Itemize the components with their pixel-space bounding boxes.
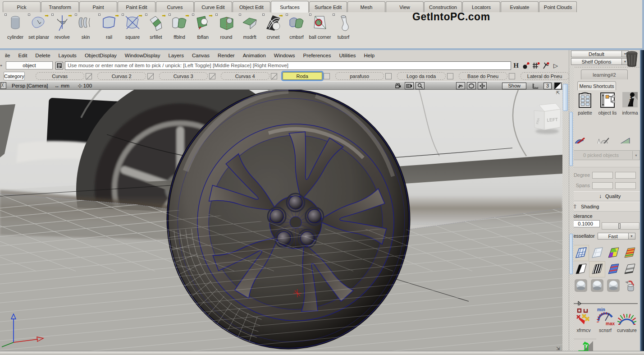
tool-checkbox[interactable] xyxy=(169,14,171,16)
tool-checkbox[interactable] xyxy=(145,14,147,16)
snap-curve-tool[interactable] xyxy=(541,61,551,70)
chevron-down-icon[interactable]: ▼ xyxy=(628,233,635,239)
zoom-magnifier-icon[interactable] xyxy=(416,82,425,89)
layer-toggle-box[interactable] xyxy=(509,73,515,79)
tool-checkbox[interactable] xyxy=(75,14,77,16)
pan-move-icon[interactable] xyxy=(478,82,487,89)
show-button[interactable]: Show xyxy=(502,83,526,89)
menu-edit[interactable]: Edit xyxy=(14,52,32,59)
shading-section-header[interactable]: ⇧ Shading xyxy=(569,202,640,212)
prompt-expand-button[interactable]: ▷ xyxy=(551,61,561,70)
layer-tab-lateral-do-pneu[interactable]: Lateral do Pneu xyxy=(521,72,569,80)
shelf-tab-curves[interactable]: Curves xyxy=(156,1,194,12)
selection-type-combo[interactable]: object xyxy=(6,61,53,69)
menu-layers[interactable]: Layers xyxy=(164,52,188,59)
tool-cylinder[interactable]: cylinder xyxy=(4,14,27,40)
shelf-tab-curve-edit[interactable]: Curve Edit xyxy=(194,1,232,12)
shelf-tab-evaluate[interactable]: Evaluate xyxy=(501,1,539,12)
tool-cmbsrf[interactable]: cmbsrf xyxy=(285,14,308,40)
perspective-viewport[interactable]: LEFT FRA ⇱ ⇲ xyxy=(0,90,562,352)
tool-checkbox[interactable] xyxy=(122,14,124,16)
layer-toggle-box[interactable] xyxy=(385,73,392,79)
layer-tab-logo-da-roda[interactable]: Logo da roda xyxy=(397,72,446,80)
tool-checkbox[interactable] xyxy=(28,14,30,16)
tool-set-planar[interactable]: ➡set planar xyxy=(27,14,50,40)
tolerance-slider[interactable] xyxy=(602,222,639,230)
shading-mode-patches-button[interactable] xyxy=(605,245,621,261)
menu-utilities[interactable]: Utilities xyxy=(335,52,360,59)
layer-toggle-box[interactable] xyxy=(324,73,330,79)
snap-point-tool[interactable] xyxy=(521,61,531,70)
shading-mode-spray-button[interactable] xyxy=(621,277,638,294)
menu-animation[interactable]: Animation xyxy=(239,52,270,59)
shortcut-palette[interactable]: palette xyxy=(574,91,596,115)
layer-tab-base-do-pneu[interactable]: Base do Pneu xyxy=(459,72,507,80)
layout-corner-icon[interactable] xyxy=(554,83,562,89)
shading-mode-ball-button[interactable] xyxy=(589,277,605,294)
surface-tool-icon[interactable] xyxy=(616,134,631,143)
shelf-tab-object-edit[interactable]: Object Edit xyxy=(233,1,270,12)
trash-icon[interactable] xyxy=(626,51,638,67)
shelf-tab-transform[interactable]: Transform xyxy=(41,1,79,12)
menu-ile[interactable]: ile xyxy=(1,52,14,59)
shortcut-information[interactable]: iinforma xyxy=(619,91,641,115)
tool-skin[interactable]: skin xyxy=(74,14,97,40)
shader-tool-icon[interactable] xyxy=(594,134,610,143)
layer-toggle-box[interactable] xyxy=(86,73,92,79)
tool-tbflan[interactable]: ➡tbflan xyxy=(191,14,215,40)
shelf-selector-combo[interactable]: Default ▼ xyxy=(571,51,629,57)
tool-tubsrf[interactable]: tubsrf xyxy=(332,14,355,40)
chevron-down-icon[interactable]: ▼ xyxy=(632,151,639,159)
shelf-tab-surfaces[interactable]: Surfaces xyxy=(271,1,309,13)
degree-field-2[interactable] xyxy=(615,172,636,179)
layer-tab-curvas-4[interactable]: Curvas 4 xyxy=(221,72,269,80)
layer-toggle-box[interactable] xyxy=(147,73,154,79)
layer-tab-parafuso[interactable]: parafuso xyxy=(335,72,384,80)
tool-round[interactable]: round xyxy=(215,14,238,40)
picked-objects-bar[interactable]: 0 picked objects ▼ xyxy=(569,150,640,160)
twist-tool-icon[interactable] xyxy=(456,82,465,89)
scroll-thumb[interactable] xyxy=(570,234,573,274)
tool-checkbox[interactable] xyxy=(309,14,311,16)
spans-field-2[interactable] xyxy=(615,182,636,189)
prompt-input[interactable] xyxy=(65,61,511,70)
tessellator-combo[interactable]: Fast ▼ xyxy=(598,233,635,240)
viewport-close-icon[interactable] xyxy=(0,82,6,89)
menu-windows[interactable]: Windows xyxy=(270,52,299,59)
menu-delete[interactable]: Delete xyxy=(31,52,54,59)
panel-scrollbar[interactable] xyxy=(569,67,574,351)
camera-view-icon[interactable] xyxy=(405,82,414,89)
quality-section-header[interactable]: ↓ Quality xyxy=(569,191,640,201)
viewport-resize-icon-top[interactable]: ⇱ xyxy=(556,91,562,96)
tool-checkbox[interactable] xyxy=(286,14,288,16)
tool-checkbox[interactable] xyxy=(262,14,265,16)
tool-revolve[interactable]: ➡revolve xyxy=(50,14,74,40)
slider-thumb[interactable] xyxy=(618,223,621,229)
menu-canvas[interactable]: Canvas xyxy=(188,52,214,59)
shelf-tab-surface-edit[interactable]: Surface Edit xyxy=(309,1,347,12)
panel-count-button[interactable]: 3 xyxy=(544,83,552,89)
shading-mode-ball-button[interactable] xyxy=(605,277,621,294)
menu-windowdisplay[interactable]: WindowDisplay xyxy=(121,52,164,59)
menu-layouts[interactable]: Layouts xyxy=(55,52,81,59)
viewport-header[interactable]: Persp [Camera] ↔ mm ⊹ 100 Show 3 xyxy=(0,81,563,90)
tool-checkbox[interactable] xyxy=(215,14,218,16)
layer-tab-roda[interactable]: Roda xyxy=(283,72,322,80)
shading-mode-ball-button[interactable] xyxy=(573,277,589,294)
panel-scroll-strip[interactable] xyxy=(562,81,569,352)
spans-field-1[interactable] xyxy=(592,182,613,189)
ruler-icon[interactable] xyxy=(531,82,540,89)
tool-curvature[interactable]: curvature xyxy=(616,307,638,333)
layer-toggle-box[interactable] xyxy=(209,73,215,79)
layer-tab-curvas-2[interactable]: Curvas 2 xyxy=(97,72,146,80)
tab-learning[interactable]: learning#2 xyxy=(581,69,628,79)
snap-grid-tool[interactable] xyxy=(531,61,541,70)
shelf-options-combo[interactable]: Shelf Options ▼ xyxy=(571,58,629,65)
shading-mode-chrome-button[interactable] xyxy=(621,261,638,277)
prompt-history-list-button[interactable] xyxy=(55,62,63,69)
paint-tool-icon[interactable] xyxy=(573,134,588,143)
menu-render[interactable]: Render xyxy=(214,52,239,59)
tool-xfrmcv[interactable]: xfrmcv xyxy=(573,307,594,333)
tool-square[interactable]: ➡square xyxy=(121,14,144,40)
layer-toggle-box[interactable] xyxy=(447,73,453,79)
